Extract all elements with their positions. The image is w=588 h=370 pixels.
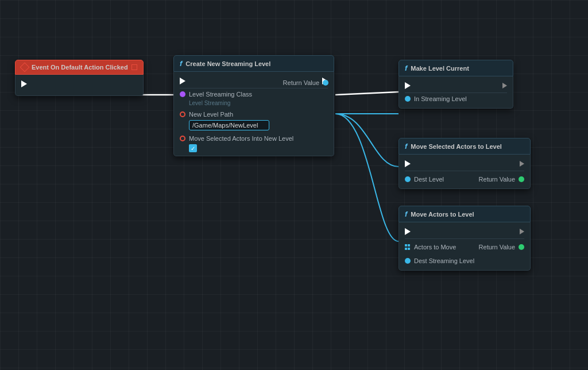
move-selected-return-dot xyxy=(519,176,524,182)
make-level-body: In Streaming Level xyxy=(399,76,513,109)
move-selected-exec xyxy=(405,160,524,167)
make-level-exec-out xyxy=(502,83,507,88)
event-diamond-pin xyxy=(20,63,30,72)
path-pin-row: New Level Path xyxy=(180,111,328,118)
event-exec-out xyxy=(21,80,137,87)
move-selected-left-pins: Dest Level xyxy=(405,174,444,185)
class-value: Level Streaming xyxy=(189,100,328,106)
in-streaming-dot xyxy=(405,96,411,102)
move-selected-title: Move Selected Actors to Level xyxy=(411,143,502,150)
move-selected-f-icon: f xyxy=(405,142,407,151)
dest-streaming-label: Dest Streaming Level xyxy=(414,257,474,264)
move-selected-exec-out xyxy=(520,161,524,167)
move-selected-body: Dest Level Return Value xyxy=(399,155,531,189)
move-actors-exec xyxy=(405,228,524,235)
move-actors-right-pins: Return Value xyxy=(479,241,524,253)
actors-pin-dot xyxy=(180,136,185,141)
move-selected-node: f Move Selected Actors to Level Dest Lev… xyxy=(399,138,531,189)
in-streaming-label: In Streaming Level xyxy=(414,95,467,102)
class-pin-row: Level Streaming Class xyxy=(180,91,328,98)
create-node: f Create New Streaming Level Level Strea… xyxy=(173,55,334,156)
move-actors-f-icon: f xyxy=(405,210,407,218)
path-input-container xyxy=(189,120,328,130)
return-value-row: Return Value xyxy=(283,79,328,86)
move-selected-exec-in xyxy=(405,160,411,167)
actors-to-move-dot xyxy=(405,244,411,250)
make-level-header: f Make Level Current xyxy=(399,60,513,76)
make-level-exec-in xyxy=(405,82,411,89)
move-selected-header: f Move Selected Actors to Level xyxy=(399,138,531,155)
event-node-title: Event On Default Action Clicked xyxy=(32,64,128,71)
event-red-square xyxy=(131,64,137,70)
make-level-exec xyxy=(405,82,507,89)
class-pin-label: Level Streaming Class xyxy=(189,91,252,98)
make-level-f-icon: f xyxy=(405,64,407,72)
move-selected-pins: Dest Level Return Value xyxy=(405,174,524,185)
return-value-dot xyxy=(323,80,328,86)
move-actors-return-label: Return Value xyxy=(479,244,515,250)
make-level-title: Make Level Current xyxy=(411,65,469,72)
create-exec-in xyxy=(180,78,185,84)
move-actors-exec-out xyxy=(520,229,524,234)
event-node-header: Event On Default Action Clicked xyxy=(15,60,144,75)
actors-checkbox-container: ✓ xyxy=(189,144,328,152)
make-level-node: f Make Level Current In Streaming Level xyxy=(399,60,513,109)
exec-out-arrow xyxy=(21,80,27,87)
in-streaming-row: In Streaming Level xyxy=(405,95,507,102)
dest-streaming-dot xyxy=(405,258,411,264)
dest-level-row: Dest Level xyxy=(405,176,444,183)
move-actors-exec-in xyxy=(405,228,411,235)
move-actors-return-row: Return Value xyxy=(479,244,524,250)
move-actors-return-dot xyxy=(519,244,524,250)
actors-to-move-row: Actors to Move xyxy=(405,244,474,250)
path-input[interactable] xyxy=(189,120,269,130)
actors-checkbox[interactable]: ✓ xyxy=(189,144,197,152)
path-pin-label: New Level Path xyxy=(189,111,233,118)
dest-level-label: Dest Level xyxy=(414,176,444,183)
actors-to-move-label: Actors to Move xyxy=(414,244,456,250)
create-node-header: f Create New Streaming Level xyxy=(173,55,334,72)
path-pin-dot xyxy=(180,111,185,117)
move-actors-title: Move Actors to Level xyxy=(411,211,474,218)
actors-pin-row: Move Selected Actors Into New Level xyxy=(180,135,328,142)
create-node-body: Level Streaming Class Level Streaming Ne… xyxy=(173,72,334,156)
dest-streaming-row: Dest Streaming Level xyxy=(405,257,474,264)
move-actors-node: f Move Actors to Level Actors to Move De… xyxy=(399,206,531,271)
move-actors-left-pins: Actors to Move Dest Streaming Level xyxy=(405,241,474,267)
move-selected-return-label: Return Value xyxy=(479,176,515,183)
create-node-title: Create New Streaming Level xyxy=(185,60,270,67)
actors-pin-label: Move Selected Actors Into New Level xyxy=(189,135,293,142)
move-actors-pins: Actors to Move Dest Streaming Level Retu… xyxy=(405,241,524,267)
event-node-body xyxy=(15,75,144,96)
return-value-label: Return Value xyxy=(283,79,319,86)
dest-level-dot xyxy=(405,176,411,182)
move-actors-header: f Move Actors to Level xyxy=(399,206,531,222)
move-actors-body: Actors to Move Dest Streaming Level Retu… xyxy=(399,222,531,271)
move-selected-return-row: Return Value xyxy=(479,176,524,183)
move-selected-right-pins: Return Value xyxy=(479,174,524,185)
class-pin-dot xyxy=(180,91,185,97)
f-icon: f xyxy=(180,59,182,68)
event-node: Event On Default Action Clicked xyxy=(15,60,144,96)
